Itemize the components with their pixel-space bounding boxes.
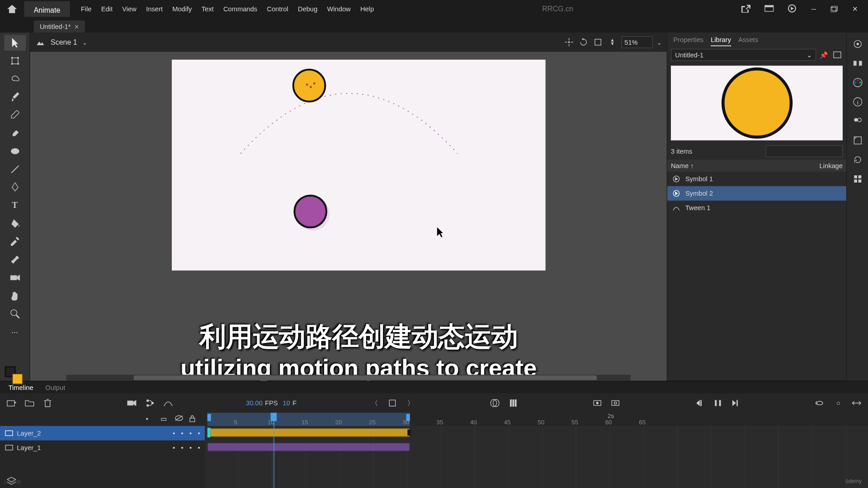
scene-chevron-icon[interactable]: ⌄ [82, 38, 87, 46]
selection-tool[interactable] [4, 35, 26, 51]
highlight-col-icon[interactable]: • [146, 415, 155, 424]
playhead[interactable] [274, 413, 274, 488]
panel-tab-assets[interactable]: Assets [738, 36, 758, 47]
menu-commands[interactable]: Commands [218, 3, 262, 15]
swatches-panel-icon[interactable] [851, 114, 864, 127]
scene-icon[interactable] [35, 37, 46, 47]
clip-stage-icon[interactable] [593, 37, 604, 47]
output-tab[interactable]: Output [43, 383, 68, 392]
insert-keyframe-icon[interactable] [591, 396, 604, 409]
rotate-stage-icon[interactable] [578, 37, 589, 47]
menu-edit[interactable]: Edit [96, 3, 118, 15]
zoom-input[interactable]: 51% [622, 36, 653, 48]
insert-blank-keyframe-icon[interactable] [609, 396, 622, 409]
motion-tween-span[interactable] [208, 428, 410, 437]
components-panel-icon[interactable] [851, 172, 864, 185]
brush-tool[interactable] [4, 89, 26, 105]
menu-modify[interactable]: Modify [168, 3, 197, 15]
visibility-col-icon[interactable] [175, 415, 184, 424]
free-transform-tool[interactable] [4, 53, 26, 69]
layer-highlight-dot[interactable]: • [173, 444, 175, 451]
new-library-icon[interactable] [832, 49, 843, 60]
edit-multiple-frames-icon[interactable] [506, 396, 519, 409]
step-forward-icon[interactable] [729, 396, 742, 409]
layer-name[interactable]: Layer_1 [17, 444, 169, 451]
stage-h-scrollbar[interactable] [66, 375, 631, 380]
loop-icon[interactable] [814, 396, 827, 409]
prev-frame-icon[interactable]: 〈 [368, 396, 381, 409]
close-icon[interactable]: ✕ [74, 23, 79, 30]
home-button[interactable] [2, 2, 22, 15]
library-document-dropdown[interactable]: Untitled-1 ⌄ [671, 49, 816, 61]
new-folder-icon[interactable] [23, 396, 36, 409]
menu-view[interactable]: View [118, 3, 142, 15]
layer-row[interactable]: Layer_1 • • • • [0, 441, 205, 455]
scene-name[interactable]: Scene 1 [51, 38, 77, 47]
library-item[interactable]: Symbol 1 [667, 172, 846, 186]
layer-visible-dot[interactable]: • [189, 444, 192, 451]
oval-tool[interactable] [4, 143, 26, 159]
layer-outline-dot[interactable]: • [181, 444, 184, 451]
text-tool[interactable]: T [4, 197, 26, 213]
workspace-icon[interactable] [760, 2, 779, 16]
menu-window[interactable]: Window [322, 3, 355, 15]
marker-icon[interactable]: ○ [832, 396, 845, 409]
step-back-icon[interactable] [693, 396, 706, 409]
pin-library-icon[interactable]: 📌 [819, 49, 830, 60]
library-item[interactable]: Symbol 2 [667, 186, 846, 201]
purple-circle[interactable] [293, 195, 327, 229]
track-row[interactable] [205, 426, 868, 441]
onion-skin-icon[interactable] [488, 396, 501, 409]
canvas[interactable]: 利用运动路径创建动态运动 utilizing motion paths to c… [172, 60, 546, 271]
next-frame-icon[interactable]: 〉 [404, 396, 417, 409]
close-button[interactable]: ✕ [846, 3, 863, 15]
layer-row[interactable]: Layer_2 • • • • [0, 426, 205, 441]
pause-icon[interactable] [711, 396, 724, 409]
more-tools[interactable]: ⋯ [4, 324, 26, 340]
minimize-button[interactable]: ─ [805, 3, 822, 15]
pencil-tool[interactable] [4, 107, 26, 123]
keyframe-icon[interactable] [407, 430, 410, 436]
library-col-name[interactable]: Name ↑ [671, 162, 694, 169]
timeline-ruler[interactable]: 5 10 15 20 25 30 35 40 45 50 55 60 65 2s [205, 413, 868, 426]
zoom-timeline-icon[interactable] [850, 396, 863, 409]
new-layer-icon[interactable] [5, 396, 18, 409]
history-panel-icon[interactable] [851, 153, 864, 166]
menu-control[interactable]: Control [262, 3, 293, 15]
bone-tool[interactable] [4, 252, 26, 267]
paint-bucket-tool[interactable] [4, 216, 26, 231]
layer-visible-dot[interactable]: • [189, 430, 192, 437]
layer-lock-dot[interactable]: • [198, 444, 200, 451]
transform-panel-icon[interactable] [851, 134, 864, 147]
panel-tab-properties[interactable]: Properties [673, 36, 703, 47]
line-tool[interactable] [4, 161, 26, 177]
ease-editor-icon[interactable] [161, 396, 175, 409]
menu-file[interactable]: File [76, 3, 96, 15]
track-row[interactable] [205, 441, 868, 455]
lasso-tool[interactable] [4, 71, 26, 87]
layer-parenting-icon[interactable] [143, 396, 156, 409]
fps-value[interactable]: 30.00 [246, 399, 263, 407]
camera-layer-icon[interactable] [125, 396, 138, 409]
yellow-circle[interactable] [292, 69, 326, 103]
align-panel-icon[interactable] [851, 56, 864, 70]
menu-debug[interactable]: Debug [293, 3, 322, 15]
menu-text[interactable]: Text [197, 3, 218, 15]
eraser-tool[interactable] [4, 125, 26, 141]
menu-help[interactable]: Help [355, 3, 378, 15]
outline-col-icon[interactable]: ▭ [160, 415, 169, 424]
motion-tween-span[interactable] [208, 443, 410, 451]
camera-tool[interactable] [4, 270, 26, 286]
zoom-tool[interactable] [4, 306, 26, 322]
delete-layer-icon[interactable] [41, 396, 54, 409]
pen-tool[interactable] [4, 179, 26, 195]
current-frame[interactable]: 10 [283, 399, 290, 407]
share-icon[interactable] [736, 2, 756, 16]
lock-col-icon[interactable] [189, 415, 198, 424]
keyframe-marker[interactable] [208, 428, 211, 437]
onion-range[interactable] [208, 413, 410, 426]
zoom-chevron-icon[interactable]: ⌄ [656, 38, 662, 46]
color-swatches[interactable] [5, 366, 16, 377]
stage[interactable]: 利用运动路径创建动态运动 utilizing motion paths to c… [30, 52, 667, 381]
document-tab[interactable]: Untitled-1* ✕ [34, 20, 85, 33]
